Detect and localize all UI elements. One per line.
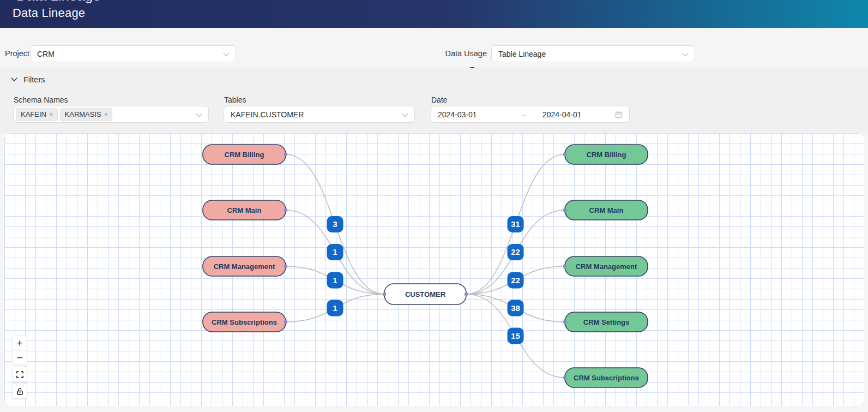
schema-tag: KAFEIN× (16, 108, 58, 121)
edge-count-value: 31 (511, 219, 520, 229)
data-usage-type-select[interactable]: Table Lineage (491, 45, 695, 62)
chevron-down-icon (682, 52, 689, 57)
project-select[interactable]: CRM (30, 45, 236, 62)
fit-view-icon (16, 371, 23, 378)
target-node-crm-main-label: CRM Main (589, 206, 624, 214)
date-label: Date (431, 95, 448, 104)
chevron-down-icon (11, 77, 17, 82)
edge-count-value: 1 (333, 276, 337, 285)
filters-collapse-toggle[interactable]: Filters (11, 75, 45, 84)
connection-port-dot (284, 265, 287, 268)
project-select-value: CRM (37, 50, 55, 58)
app-header: Data Lineage Data Lineage (0, 0, 868, 28)
schema-tag: KARMASIS× (60, 108, 113, 121)
edge-count-value: 22 (511, 276, 520, 285)
connection-port-dot (284, 153, 287, 156)
chevron-down-icon (402, 113, 408, 117)
target-node-crm-billing[interactable]: CRM Billing (565, 145, 648, 164)
connection-port-dot (563, 208, 566, 212)
chevron-down-icon (223, 52, 230, 57)
schema-names-multiselect[interactable]: KAFEIN×KARMASIS× (13, 106, 209, 123)
edge-count-value: 3 (333, 219, 337, 229)
filters-title: Filters (23, 75, 45, 84)
unlock-icon (16, 387, 23, 395)
source-node-crm-billing-label: CRM Billing (225, 151, 264, 159)
edge-count-value: 22 (511, 247, 520, 256)
schema-tags-container: KAFEIN×KARMASIS× (16, 108, 114, 121)
edge-count-value: 1 (333, 247, 337, 256)
center-node-customer-label: CUSTOMER (405, 290, 446, 298)
source-node-crm-main-label: CRM Main (227, 206, 262, 214)
project-label: Project (5, 45, 29, 62)
lineage-graph-canvas[interactable]: CRM BillingCRM MainCRM ManagementCRM Sub… (4, 133, 864, 406)
edge-count-value: 15 (511, 331, 520, 341)
schema-tag-label: KARMASIS (65, 110, 101, 118)
source-node-crm-main[interactable]: CRM Main (203, 200, 286, 220)
connection-port-dot (563, 265, 566, 268)
target-node-crm-settings[interactable]: CRM Settings (565, 312, 648, 332)
date-range-arrow-icon: → (513, 110, 535, 118)
zoom-out-button[interactable]: − (13, 350, 27, 365)
tables-label: Tables (224, 95, 246, 104)
data-usage-type-value: Table Lineage (498, 50, 546, 58)
center-node-customer[interactable]: CUSTOMER (384, 284, 466, 304)
unlock-button[interactable] (13, 384, 27, 398)
connection-port-dot (284, 208, 287, 212)
edge-count-value: 1 (333, 303, 337, 313)
tables-select[interactable]: KAFEIN.CUSTOMER (224, 106, 415, 123)
data-lineage-page: Data Lineage Data Lineage Project CRM Da… (0, 0, 868, 412)
date-start-input[interactable]: 2024-03-01 (438, 110, 513, 119)
connection-port-dot (383, 292, 386, 296)
graph-zoom-toolbar: + − (12, 336, 27, 399)
source-node-crm-management-label: CRM Management (214, 262, 275, 271)
source-node-crm-subscriptions[interactable]: CRM Subscriptions (203, 312, 286, 332)
clipped-heading-fragment: Data Lineage (16, 0, 101, 4)
connection-port-dot (563, 153, 566, 156)
target-node-crm-subscriptions[interactable]: CRM Subscriptions (565, 368, 648, 387)
date-end-input[interactable]: 2024-04-01 (535, 110, 610, 119)
target-node-crm-main[interactable]: CRM Main (565, 200, 648, 220)
zoom-in-button[interactable]: + (13, 336, 27, 350)
tables-select-value: KAFEIN.CUSTOMER (231, 110, 304, 119)
target-node-crm-subscriptions-label: CRM Subscriptions (574, 374, 639, 382)
schema-tag-label: KAFEIN (21, 110, 46, 118)
filters-panel: Filters Schema Names KAFEIN×KARMASIS× Ta… (0, 68, 868, 133)
page-title: Data Lineage (13, 6, 85, 20)
connection-port-dot (465, 292, 468, 296)
target-node-crm-billing-label: CRM Billing (587, 151, 626, 159)
chevron-down-icon (196, 113, 202, 117)
remove-tag-icon[interactable]: × (49, 111, 53, 118)
schema-names-label: Schema Names (14, 95, 68, 104)
connection-port-dot (284, 320, 287, 324)
remove-tag-icon[interactable]: × (104, 111, 108, 118)
connection-port-dot (563, 320, 566, 324)
fit-view-button[interactable] (13, 367, 27, 381)
target-node-crm-management-label: CRM Management (576, 262, 637, 271)
source-node-crm-subscriptions-label: CRM Subscriptions (212, 318, 277, 326)
source-node-crm-management[interactable]: CRM Management (203, 256, 286, 276)
source-node-crm-billing[interactable]: CRM Billing (203, 145, 286, 164)
edge-count-value: 38 (511, 303, 520, 313)
target-node-crm-settings-label: CRM Settings (583, 318, 630, 326)
calendar-icon (615, 111, 623, 118)
lineage-graph: CRM BillingCRM MainCRM ManagementCRM Sub… (4, 133, 864, 406)
target-node-crm-management[interactable]: CRM Management (565, 256, 648, 276)
date-range-picker[interactable]: 2024-03-01 → 2024-04-01 (431, 106, 630, 123)
connection-port-dot (563, 376, 566, 379)
